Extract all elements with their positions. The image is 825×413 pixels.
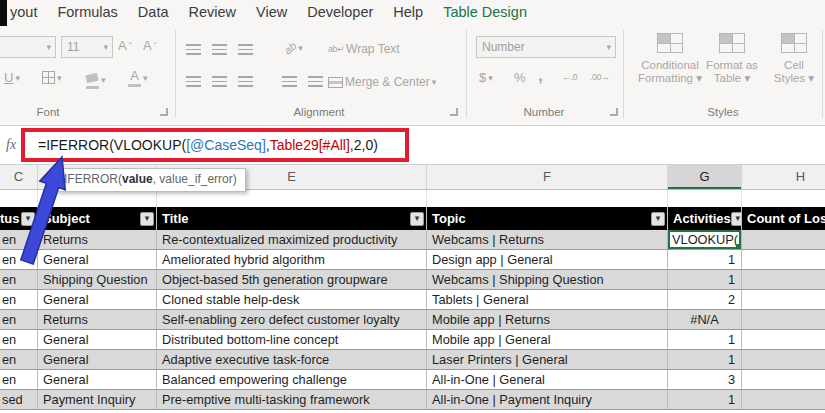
blank-cell[interactable] bbox=[668, 190, 742, 207]
column-letter-header-f[interactable]: F bbox=[427, 165, 668, 189]
font-color-button[interactable]: A▾ bbox=[128, 68, 148, 87]
format-as-table-button[interactable]: Format as Table ▾ bbox=[700, 33, 764, 85]
conditional-formatting-button[interactable]: Conditional Formatting ▾ bbox=[638, 33, 702, 85]
orientation-button[interactable]: ab▾ bbox=[284, 42, 303, 54]
cell-count[interactable]: 6, bbox=[742, 330, 825, 349]
cell-count[interactable]: 6, bbox=[742, 370, 825, 389]
cell-activities[interactable]: 1 bbox=[668, 330, 742, 349]
increase-indent-button[interactable] bbox=[308, 76, 323, 87]
percent-button[interactable]: % bbox=[514, 70, 526, 85]
cell-activities[interactable]: 1 bbox=[668, 350, 742, 369]
cell-count[interactable]: 6, bbox=[742, 290, 825, 309]
align-bottom-button[interactable] bbox=[238, 44, 253, 55]
cell-subject[interactable]: Shipping Question bbox=[38, 270, 157, 289]
cell-activities[interactable]: 1 bbox=[668, 250, 742, 269]
cell-title[interactable]: Re-contextualized maximized productivity bbox=[157, 230, 427, 249]
cell-status[interactable]: en bbox=[0, 230, 38, 249]
cell-subject[interactable]: Returns bbox=[38, 310, 157, 329]
borders-button[interactable]: ▾ bbox=[42, 71, 62, 84]
blank-cell[interactable] bbox=[38, 190, 157, 207]
ribbon-tab-developer[interactable]: Developer bbox=[307, 4, 373, 20]
comma-style-button[interactable]: , bbox=[538, 66, 543, 86]
cell-status[interactable]: sed bbox=[0, 390, 38, 409]
cell-styles-button[interactable]: Cell Styles ▾ bbox=[762, 33, 825, 85]
ribbon-tab-help[interactable]: Help bbox=[393, 4, 423, 20]
align-center-button[interactable] bbox=[212, 76, 227, 87]
cell-title[interactable]: Balanced empowering challenge bbox=[157, 370, 427, 389]
ribbon-tab-formulas[interactable]: Formulas bbox=[57, 4, 117, 20]
number-format-select[interactable]: Number▾ bbox=[476, 36, 616, 58]
cell-title[interactable]: Distributed bottom-line concept bbox=[157, 330, 427, 349]
cell-status[interactable]: en bbox=[0, 370, 38, 389]
cell-activities[interactable]: VLOOKUP( bbox=[668, 230, 742, 249]
shrink-font-button[interactable]: Aˇ bbox=[143, 38, 157, 53]
cell-topic[interactable]: Webcams | Shipping Question bbox=[427, 270, 668, 289]
cell-subject[interactable]: General bbox=[38, 330, 157, 349]
decrease-indent-button[interactable] bbox=[282, 76, 297, 87]
decrease-decimal-button[interactable]: .00→ bbox=[590, 72, 610, 82]
font-name-select[interactable]: ▾ bbox=[0, 36, 56, 58]
cell-count[interactable]: 6, bbox=[742, 230, 825, 249]
blank-cell[interactable] bbox=[427, 190, 668, 207]
cell-topic[interactable]: Mobile app | Returns bbox=[427, 310, 668, 329]
font-dialog-launcher[interactable] bbox=[160, 108, 168, 116]
filter-dropdown-button[interactable]: ▾ bbox=[21, 212, 35, 226]
cell-topic[interactable]: Design app | General bbox=[427, 250, 668, 269]
cell-count[interactable]: 6, bbox=[742, 250, 825, 269]
cell-topic[interactable]: All-in-One | General bbox=[427, 370, 668, 389]
cell-status[interactable]: en bbox=[0, 310, 38, 329]
cell-status[interactable]: en bbox=[0, 270, 38, 289]
cell-subject[interactable]: General bbox=[38, 250, 157, 269]
ribbon-tab-data[interactable]: Data bbox=[138, 4, 169, 20]
blank-cell[interactable] bbox=[0, 190, 38, 207]
fx-icon[interactable]: fx bbox=[6, 137, 16, 153]
cell-title[interactable]: Pre-emptive multi-tasking framework bbox=[157, 390, 427, 409]
column-letter-header-h[interactable]: H bbox=[742, 165, 825, 189]
cell-subject[interactable]: Payment Inquiry bbox=[38, 390, 157, 409]
cell-title[interactable]: Ameliorated hybrid algorithm bbox=[157, 250, 427, 269]
cell-activities[interactable]: 2 bbox=[668, 290, 742, 309]
ribbon-tab-review[interactable]: Review bbox=[189, 4, 237, 20]
cell-topic[interactable]: All-in-One | Payment Inquiry bbox=[427, 390, 668, 409]
underline-button[interactable]: U▾ bbox=[4, 70, 20, 85]
align-left-button[interactable] bbox=[186, 76, 201, 87]
cell-count[interactable]: 6, bbox=[742, 350, 825, 369]
cell-count[interactable]: 6, bbox=[742, 390, 825, 409]
filter-dropdown-button[interactable]: ▾ bbox=[651, 212, 665, 226]
merge-center-button[interactable]: Merge & Center▾ bbox=[328, 75, 436, 89]
ribbon-tab-table-design[interactable]: Table Design bbox=[443, 4, 527, 20]
number-dialog-launcher[interactable] bbox=[610, 108, 618, 116]
cell-subject[interactable]: Returns bbox=[38, 230, 157, 249]
cell-count[interactable]: 6, bbox=[742, 270, 825, 289]
fill-color-button[interactable]: ▾ bbox=[86, 70, 106, 89]
grow-font-button[interactable]: Aˆ bbox=[118, 38, 132, 53]
filter-dropdown-button[interactable]: ▾ bbox=[140, 212, 154, 226]
cell-subject[interactable]: General bbox=[38, 290, 157, 309]
alignment-dialog-launcher[interactable] bbox=[450, 108, 458, 116]
cell-topic[interactable]: Mobile app | General bbox=[427, 330, 668, 349]
cell-title[interactable]: Adaptive executive task-force bbox=[157, 350, 427, 369]
spreadsheet-blank-row[interactable] bbox=[0, 190, 825, 207]
increase-decimal-button[interactable]: ←.0 bbox=[562, 72, 577, 82]
currency-button[interactable]: $▾ bbox=[479, 70, 493, 85]
align-right-button[interactable] bbox=[238, 76, 253, 87]
ribbon-tab-yout[interactable]: yout bbox=[10, 4, 37, 20]
cell-count[interactable]: 6, bbox=[742, 310, 825, 329]
cell-status[interactable]: en bbox=[0, 250, 38, 269]
cell-topic[interactable]: Laser Printers | General bbox=[427, 350, 668, 369]
blank-cell[interactable] bbox=[742, 190, 825, 207]
cell-topic[interactable]: Webcams | Returns bbox=[427, 230, 668, 249]
column-letter-header-c[interactable]: C bbox=[0, 165, 38, 189]
blank-cell[interactable] bbox=[157, 190, 427, 207]
align-middle-button[interactable] bbox=[212, 44, 227, 55]
wrap-text-button[interactable]: ab↵Wrap Text bbox=[328, 42, 400, 56]
cell-title[interactable]: Cloned stable help-desk bbox=[157, 290, 427, 309]
cell-activities[interactable]: #N/A bbox=[668, 310, 742, 329]
filter-dropdown-button[interactable]: ▾ bbox=[410, 212, 424, 226]
ribbon-tab-view[interactable]: View bbox=[256, 4, 287, 20]
cell-title[interactable]: Object-based 5th generation groupware bbox=[157, 270, 427, 289]
cell-activities[interactable]: 3 bbox=[668, 370, 742, 389]
cell-activities[interactable]: 1 bbox=[668, 390, 742, 409]
column-letter-header-g[interactable]: G bbox=[668, 165, 742, 189]
cell-activities[interactable]: 1 bbox=[668, 270, 742, 289]
